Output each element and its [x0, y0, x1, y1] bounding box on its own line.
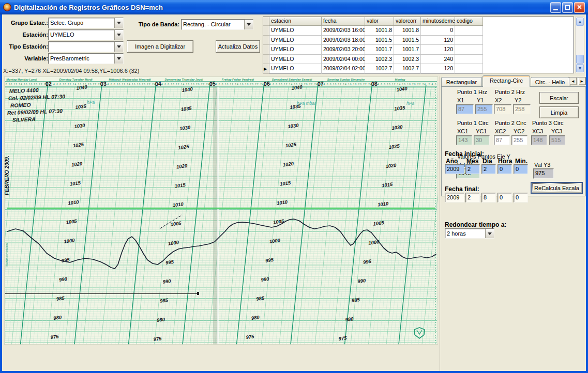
scrollbar-thumb[interactable]	[576, 55, 584, 64]
table-cell[interactable]: 1001.8	[365, 26, 394, 36]
grupo-estac-combobox[interactable]: Selec. Grupo	[48, 18, 124, 28]
table-cell[interactable]: UYMELO	[269, 36, 322, 45]
table-scrollbar[interactable]: ▲ ▼	[575, 17, 584, 73]
tab-page-rectang-circ: Punto 1 Hrz X1 Y1 87 255 Punto 2 Hrz X2 …	[441, 86, 586, 196]
y2-field[interactable]: 258	[513, 104, 531, 114]
records-table[interactable]: estacionfechavalorvalorcorrminutosdemedi…	[263, 17, 574, 73]
limpia-button[interactable]: Limpia	[539, 106, 579, 118]
minimize-button[interactable]	[550, 2, 561, 13]
table-cell[interactable]: 1001.7	[394, 45, 421, 55]
table-cell[interactable]: 1001.8	[394, 26, 421, 36]
column-header-estacion[interactable]: estacion	[269, 17, 322, 26]
scroll-up-button[interactable]: ▲	[576, 18, 584, 26]
table-cell[interactable]: 120	[421, 64, 455, 74]
variable-dropdown-button[interactable]	[114, 54, 123, 64]
fecha-inicial-dia-field[interactable]: 2	[481, 164, 496, 174]
table-cell[interactable]	[455, 64, 483, 74]
column-header-minutosdemedic[interactable]: minutosdemedic	[421, 17, 455, 26]
fecha-inicial-anio-field[interactable]: 2009	[445, 164, 464, 174]
fecha-final-anio-field[interactable]: 2009	[445, 193, 464, 203]
x2-label: X2	[495, 97, 502, 103]
row-selector[interactable]	[263, 26, 269, 36]
table-cell[interactable]: 2009/02/03 16:00	[322, 26, 365, 36]
val-y3-field[interactable]: 975	[533, 168, 554, 179]
table-cell[interactable]: 120	[421, 45, 455, 55]
tipo-banda-dropdown-button[interactable]	[244, 20, 253, 29]
x1-field[interactable]: 87	[456, 104, 474, 114]
row-selector[interactable]	[263, 55, 269, 65]
table-cell[interactable]: 1001.5	[394, 36, 421, 45]
row-selector[interactable]	[263, 36, 269, 45]
xc1-field[interactable]: 143	[456, 135, 472, 145]
tipo-estacion-combobox[interactable]	[48, 41, 124, 52]
tab-scroll-right-button[interactable]: ►	[578, 77, 586, 85]
row-selector[interactable]: ▶	[263, 64, 269, 74]
chart-image[interactable]: Montag Monday LundiDienstag Tuesday Mard…	[4, 76, 438, 345]
escala-button[interactable]: Escala:	[539, 92, 579, 104]
maximize-button[interactable]	[562, 2, 573, 13]
measure-line-handle[interactable]	[197, 292, 199, 295]
close-button[interactable]: ✕	[574, 2, 585, 13]
redondear-dropdown-button[interactable]	[485, 229, 494, 238]
tab-circ-helio[interactable]: Circ. - Helio	[531, 77, 569, 86]
fecha-final-mes-field[interactable]: 2	[465, 193, 480, 203]
xc1-label: XC1	[457, 128, 468, 134]
column-header-valor[interactable]: valor	[365, 17, 394, 26]
table-cell[interactable]: 2009/02/03 18:00	[322, 36, 365, 45]
svg-text:02: 02	[45, 81, 52, 87]
tipo-banda-combobox[interactable]: Rectang. - Circular	[181, 19, 253, 30]
table-cell[interactable]: 1002.7	[394, 64, 421, 74]
table-cell[interactable]: 120	[421, 36, 455, 45]
dia-label: Día	[483, 158, 492, 165]
fecha-final-min-field[interactable]: 0	[514, 193, 528, 203]
table-cell[interactable]: 0	[421, 26, 455, 36]
row-selector[interactable]	[263, 45, 269, 55]
table-cell[interactable]: 2009/02/04 00:00	[322, 55, 365, 65]
x2-field[interactable]: 708	[494, 104, 511, 114]
column-header-codigo[interactable]: codigo	[455, 17, 483, 26]
fecha-inicial-hora-field[interactable]: 0	[497, 164, 512, 174]
table-cell[interactable]: UYMELO	[269, 64, 322, 74]
redondear-combobox[interactable]: 2 horas	[445, 228, 494, 239]
table-cell[interactable]	[455, 36, 483, 45]
fecha-inicial-mes-field[interactable]: 2	[465, 164, 480, 174]
grupo-dropdown-button[interactable]	[114, 18, 123, 28]
y1-field[interactable]: 255	[475, 104, 493, 114]
xc3-field[interactable]: 148	[531, 135, 547, 145]
recalcula-escala-button[interactable]: ReCalcula Escala	[531, 182, 583, 194]
fecha-final-hora-field[interactable]: 0	[497, 193, 512, 203]
table-cell[interactable]: 1002.3	[365, 55, 394, 65]
fecha-inicial-min-field[interactable]: 0	[514, 164, 528, 174]
yc2-field[interactable]: 255	[511, 135, 527, 145]
tab-rectangular[interactable]: Rectangular	[441, 77, 482, 86]
variable-combobox[interactable]: PresBarometric	[48, 53, 124, 64]
table-cell[interactable]	[455, 55, 483, 65]
estacion-dropdown-button[interactable]	[114, 30, 123, 40]
table-cell[interactable]: UYMELO	[269, 45, 322, 55]
table-cell[interactable]	[455, 26, 483, 36]
table-cell[interactable]: 1001.5	[365, 36, 394, 45]
tipo-estacion-dropdown-button[interactable]	[114, 42, 123, 52]
tab-rectang-circ[interactable]: Rectang-Circ	[483, 75, 530, 87]
xc2-field[interactable]: 87	[494, 135, 510, 145]
title-bar[interactable]: Digitalización de Registros Gráficos DSN…	[0, 0, 588, 14]
tab-scroll-left-button[interactable]: ◄	[569, 77, 577, 85]
table-cell[interactable]: 2009/02/04 02:00	[322, 64, 365, 74]
table-cell[interactable]: 2009/02/03 20:00	[322, 45, 365, 55]
table-cell[interactable]: 1002.7	[365, 64, 394, 74]
table-cell[interactable]: UYMELO	[269, 26, 322, 36]
fecha-final-dia-field[interactable]: 8	[481, 193, 496, 203]
table-cell[interactable]: 1001.7	[365, 45, 394, 55]
actualiza-datos-button[interactable]: Actualiza Datos	[216, 40, 260, 53]
scroll-down-button[interactable]: ▼	[576, 64, 584, 72]
column-header-valorcorr[interactable]: valorcorr	[394, 17, 421, 26]
yc1-field[interactable]: 30	[474, 135, 490, 145]
estacion-combobox[interactable]: UYMELO	[48, 29, 124, 40]
table-cell[interactable]: UYMELO	[269, 55, 322, 65]
imagen-digitalizar-button[interactable]: Imagen a Digitalizar	[127, 40, 193, 53]
column-header-fecha[interactable]: fecha	[322, 17, 365, 26]
table-cell[interactable]: 1002.3	[394, 55, 421, 65]
table-cell[interactable]: 240	[421, 55, 455, 65]
table-cell[interactable]	[455, 45, 483, 55]
yc3-field[interactable]: 515	[549, 135, 565, 145]
